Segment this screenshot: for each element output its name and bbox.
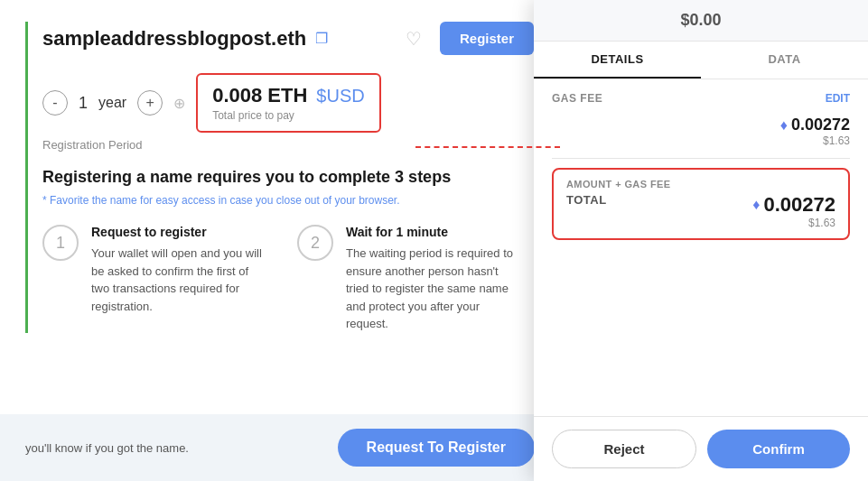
total-usd: $1.63 <box>752 217 835 229</box>
tab-details[interactable]: DETAILS <box>534 42 701 79</box>
eth-diamond-icon: ♦ <box>780 117 788 134</box>
period-row: - 1 year + ⊕ 0.008 ETH $USD Total price … <box>42 73 534 133</box>
register-button[interactable]: Register <box>440 22 534 55</box>
step-2: 2 Wait for 1 minute The waiting period i… <box>297 225 523 333</box>
step-1-title: Request to register <box>91 225 268 239</box>
step-2-circle: 2 <box>297 225 333 261</box>
registration-period-label: Registration Period <box>42 138 534 152</box>
total-value: ♦ 0.00272 $1.63 <box>752 193 835 229</box>
reject-button[interactable]: Reject <box>552 430 696 468</box>
period-count: 1 <box>79 94 88 113</box>
ens-domain-title: sampleaddressblogpost.eth <box>42 27 306 51</box>
mm-top-amount: $0.00 <box>534 0 868 42</box>
gas-fee-value-row: ♦ 0.00272 $1.63 <box>552 116 850 147</box>
metamask-panel: $0.00 DETAILS DATA GAS FEE EDIT ♦ 0.0027… <box>534 0 868 481</box>
gas-fee-row: GAS FEE EDIT <box>552 92 850 105</box>
mm-footer: Reject Confirm <box>534 416 868 481</box>
mm-divider <box>552 158 850 159</box>
increase-period-button[interactable]: + <box>137 90 163 116</box>
step-1-content: Request to register Your wallet will ope… <box>91 225 268 333</box>
step-1: 1 Request to register Your wallet will o… <box>42 225 268 333</box>
title-row: sampleaddressblogpost.eth ❐ ♡ Register <box>42 22 534 55</box>
bottom-text: you'll know if you got the name. <box>25 441 189 455</box>
mm-body: GAS FEE EDIT ♦ 0.00272 $1.63 AMOUNT + GA… <box>534 79 868 416</box>
amount-gas-label: AMOUNT + GAS FEE <box>566 179 835 190</box>
step-1-description: Your wallet will open and you will be as… <box>91 245 268 315</box>
request-register-button[interactable]: Request To Register <box>338 429 535 467</box>
confirm-button[interactable]: Confirm <box>707 430 850 468</box>
price-total-label: Total price to pay <box>212 109 365 122</box>
step-2-content: Wait for 1 minute The waiting period is … <box>346 225 523 333</box>
eth-diamond-total-icon: ♦ <box>752 197 760 213</box>
step-1-circle: 1 <box>42 225 79 261</box>
edit-link[interactable]: EDIT <box>826 92 850 105</box>
gas-usd-value: $1.63 <box>780 134 850 147</box>
favorite-note: * Favorite the name for easy access in c… <box>42 194 534 207</box>
gas-fee-label: GAS FEE <box>552 92 602 105</box>
mm-total-row: TOTAL ♦ 0.00272 $1.63 <box>566 193 835 229</box>
decrease-period-button[interactable]: - <box>42 90 68 116</box>
period-unit: year <box>98 95 126 111</box>
mm-tabs: DETAILS DATA <box>534 42 868 79</box>
step-2-title: Wait for 1 minute <box>346 225 523 239</box>
favorite-icon[interactable]: ♡ <box>406 28 422 50</box>
price-eth: 0.008 ETH <box>212 84 307 107</box>
steps-title: Registering a name requires you to compl… <box>42 168 534 187</box>
price-usd: $USD <box>316 86 364 106</box>
copy-icon[interactable]: ❐ <box>315 30 328 47</box>
price-box: 0.008 ETH $USD Total price to pay <box>196 73 381 133</box>
link-icon: ⊕ <box>173 95 185 112</box>
steps-row: 1 Request to register Your wallet will o… <box>42 225 534 333</box>
bottom-bar: you'll know if you got the name. Request… <box>0 414 560 481</box>
total-label: TOTAL <box>566 193 607 207</box>
mm-total-box: AMOUNT + GAS FEE TOTAL ♦ 0.00272 $1.63 <box>552 168 850 240</box>
ens-main-panel: sampleaddressblogpost.eth ❐ ♡ Register -… <box>0 0 560 481</box>
tab-data[interactable]: DATA <box>701 42 868 79</box>
step-2-description: The waiting period is required to ensure… <box>346 245 523 333</box>
total-eth: ♦ 0.00272 <box>752 193 835 217</box>
gas-fee-value: ♦ 0.00272 $1.63 <box>780 116 850 147</box>
gas-eth-value: ♦ 0.00272 <box>780 116 850 134</box>
dashed-connector-line <box>415 146 560 148</box>
